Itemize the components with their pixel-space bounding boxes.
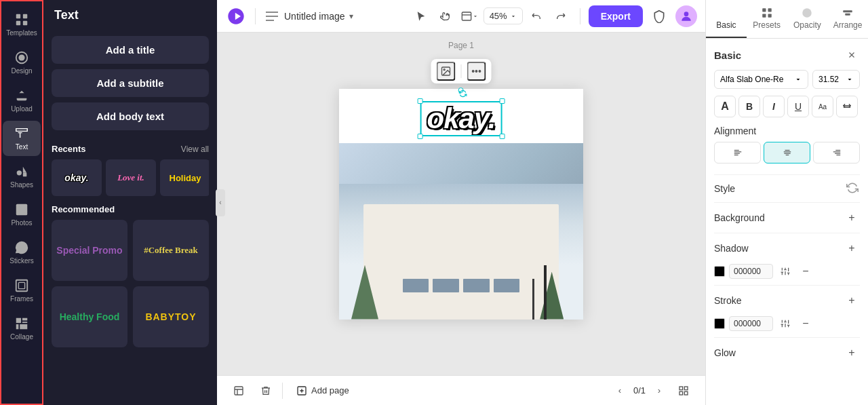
recommended-item-special-promo[interactable]: Special Promo [52, 220, 127, 281]
shield-icon[interactable] [648, 5, 670, 27]
background-row: Background + [714, 202, 860, 233]
panel-close-btn[interactable] [844, 47, 860, 63]
add-body-button[interactable]: Add body text [52, 102, 209, 130]
sidebar-item-text[interactable]: T Text [3, 121, 41, 156]
style-label: Style [714, 183, 735, 194]
next-page-btn[interactable]: › [651, 383, 667, 399]
recent-item-holiday[interactable]: Holiday [160, 159, 209, 196]
svg-rect-27 [768, 8, 771, 12]
export-button[interactable]: Export [589, 5, 643, 27]
view-tool-btn[interactable] [459, 5, 481, 27]
page-counter: 0/1 [633, 385, 646, 396]
pole-1 [544, 265, 547, 320]
align-left-btn[interactable] [714, 142, 761, 163]
add-title-button[interactable]: Add a title [52, 36, 209, 64]
delete-btn[interactable] [255, 380, 277, 402]
undo-btn[interactable] [526, 5, 547, 27]
stroke-remove-btn[interactable]: − [797, 315, 814, 332]
redo-btn[interactable] [550, 5, 572, 27]
shadow-color-input[interactable] [729, 264, 773, 279]
design-icon [14, 50, 29, 65]
add-page-btn[interactable]: Add page [288, 381, 357, 400]
svg-point-5 [17, 170, 22, 175]
svg-rect-2 [16, 21, 20, 25]
glow-add-btn[interactable]: + [844, 345, 860, 361]
collapse-panel-handle[interactable]: ‹ [216, 189, 225, 216]
format-bold-btn[interactable]: B [738, 96, 760, 117]
svg-rect-12 [22, 318, 27, 321]
font-size-selector[interactable]: 31.52 [812, 70, 860, 89]
stickers-icon [14, 240, 29, 255]
format-size-btn[interactable]: Aa [812, 96, 833, 117]
trash-icon [260, 385, 271, 396]
window-3 [463, 279, 490, 292]
context-image-btn[interactable] [437, 62, 456, 81]
zoom-control[interactable]: 45% [484, 7, 523, 24]
sidebar-item-templates[interactable]: Templates [3, 7, 41, 42]
grid-view-icon [678, 385, 689, 396]
stroke-row: Stroke + [714, 285, 860, 315]
recommended-item-healthy-food[interactable]: Healthy Food [52, 286, 127, 347]
tab-opacity-label: Opacity [793, 20, 821, 30]
tab-presets[interactable]: Presets [747, 0, 787, 38]
stroke-add-btn[interactable]: + [844, 292, 860, 309]
sidebar-item-stickers[interactable]: Stickers [3, 235, 41, 270]
panel-section-title-text: Basic [714, 50, 741, 61]
background-add-btn[interactable]: + [844, 210, 860, 226]
recommended-item-coffee-break[interactable]: #Coffee Break [133, 220, 209, 281]
selected-text-element[interactable]: okay. [422, 102, 501, 135]
photos-icon [14, 202, 29, 217]
file-title: Untitled image [284, 11, 345, 22]
shadow-color-swatch[interactable] [714, 266, 725, 277]
format-underline-btn[interactable]: U [787, 96, 809, 117]
recent-item-okay[interactable]: okay. [52, 159, 102, 196]
user-avatar[interactable] [675, 5, 697, 27]
shadow-add-btn[interactable]: + [844, 240, 860, 256]
window-2 [433, 279, 459, 292]
building-windows [403, 279, 520, 292]
stroke-sliders-btn[interactable] [777, 315, 793, 332]
stroke-color-swatch[interactable] [714, 318, 725, 329]
tab-presets-label: Presets [753, 20, 781, 30]
grid-view-btn[interactable] [673, 380, 694, 402]
format-italic-btn[interactable]: I [763, 96, 785, 117]
sidebar-item-shapes[interactable]: Shapes [3, 159, 41, 194]
stroke-color-input[interactable] [729, 316, 773, 331]
recommended-label: Recommended [52, 204, 115, 214]
shadow-remove-btn[interactable]: − [797, 263, 814, 279]
prev-page-btn[interactable]: ‹ [612, 383, 628, 399]
panel-content: Add a title Add a subtitle Add body text… [43, 31, 217, 405]
recent-item-loveit[interactable]: Love it. [106, 159, 156, 196]
add-subtitle-button[interactable]: Add a subtitle [52, 69, 209, 97]
align-right-btn[interactable] [813, 142, 860, 163]
handle-rotate[interactable] [458, 88, 464, 93]
sidebar-item-upload[interactable]: Upload [3, 83, 41, 118]
tab-basic[interactable]: Basic [706, 0, 747, 38]
select-tool-btn[interactable] [410, 5, 432, 27]
add-page-icon [296, 385, 307, 396]
align-left-icon [733, 148, 743, 157]
glow-row: Glow + [714, 337, 860, 368]
svg-rect-10 [18, 282, 24, 288]
tab-opacity[interactable]: Opacity [787, 0, 828, 38]
align-center-btn[interactable] [764, 142, 810, 163]
sidebar-item-photos[interactable]: Photos [3, 197, 41, 232]
format-spacing-btn[interactable] [836, 96, 858, 117]
file-title-area[interactable]: Untitled image ▾ [264, 8, 353, 24]
recommended-item-babytoy[interactable]: BABYTOY [133, 286, 209, 347]
sidebar-item-collage[interactable]: Collage [3, 311, 41, 346]
font-selector[interactable]: Alfa Slab One-Re [714, 70, 808, 89]
sidebar-item-frames[interactable]: Frames [3, 273, 41, 308]
basic-tab-icon [720, 7, 732, 19]
tab-arrange[interactable]: Arrange [827, 0, 868, 38]
view-all-link[interactable]: View all [181, 144, 209, 154]
format-uppercase-btn[interactable]: A [714, 96, 736, 117]
sidebar-item-design[interactable]: Design [3, 45, 41, 80]
thumbnail-btn[interactable] [228, 380, 250, 402]
font-row: Alfa Slab One-Re 31.52 [714, 70, 860, 89]
redo-icon [555, 11, 566, 22]
shadow-sliders-btn[interactable] [777, 263, 793, 279]
style-refresh-btn[interactable] [846, 182, 860, 195]
hand-tool-btn[interactable] [435, 5, 456, 27]
context-more-btn[interactable]: ••• [467, 62, 486, 81]
